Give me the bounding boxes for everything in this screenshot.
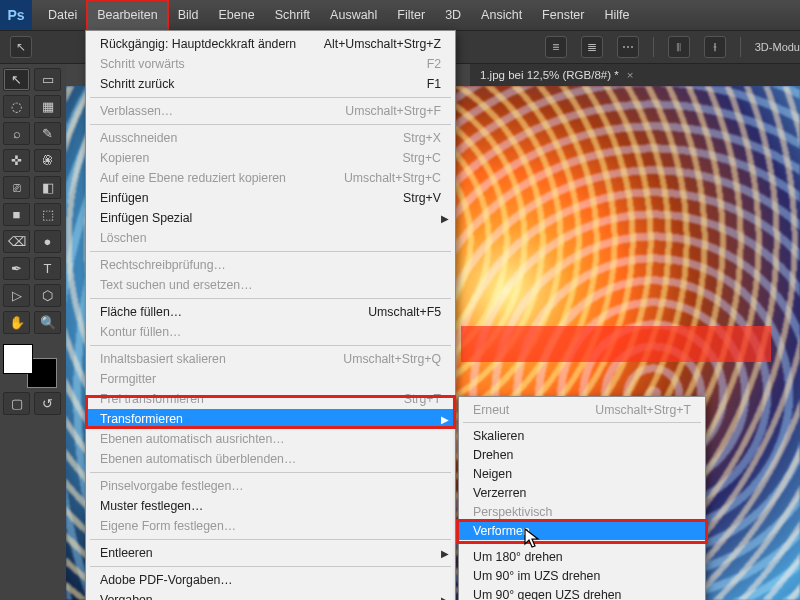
- menu-item-label: Inhaltsbasiert skalieren: [100, 352, 226, 366]
- menu-ansicht[interactable]: Ansicht: [471, 0, 532, 30]
- menu-item-shortcut: Strg+T: [404, 392, 441, 406]
- transformieren-item[interactable]: Verformen: [459, 521, 705, 540]
- bearbeiten-menu-item[interactable]: Transformieren▶: [86, 409, 455, 429]
- bearbeiten-menu-item[interactable]: Muster festlegen…: [86, 496, 455, 516]
- marquee-tool[interactable]: ▦: [34, 95, 61, 118]
- close-icon[interactable]: ×: [627, 69, 634, 81]
- bearbeiten-menu-item[interactable]: Adobe PDF-Vorgaben…: [86, 570, 455, 590]
- menu-filter[interactable]: Filter: [387, 0, 435, 30]
- zoom-tool[interactable]: 🔍: [34, 311, 61, 334]
- bearbeiten-menu-item: Auf eine Ebene reduziert kopierenUmschal…: [86, 168, 455, 188]
- bearbeiten-menu-item: Verblassen…Umschalt+Strg+F: [86, 101, 455, 121]
- document-tab-title: 1.jpg bei 12,5% (RGB/8#) *: [480, 69, 619, 81]
- bearbeiten-menu-item[interactable]: Rückgängig: Hauptdeckkraft ändernAlt+Ums…: [86, 34, 455, 54]
- move-tool[interactable]: ↖: [3, 68, 30, 91]
- menubar: Ps Datei Bearbeiten Bild Ebene Schrift A…: [0, 0, 800, 30]
- menu-item-label: Schritt zurück: [100, 77, 174, 91]
- transformieren-item[interactable]: Um 90° gegen UZS drehen: [459, 585, 705, 600]
- transformieren-item[interactable]: Drehen: [459, 445, 705, 464]
- menu-item-shortcut: Strg+C: [402, 151, 441, 165]
- lasso-tool[interactable]: ◌: [3, 95, 30, 118]
- menu-item-label: Kontur füllen…: [100, 325, 181, 339]
- menu-item-label: Verzerren: [473, 486, 526, 500]
- bearbeiten-menu-item: Rechtschreibprüfung…: [86, 255, 455, 275]
- menu-hilfe[interactable]: Hilfe: [595, 0, 640, 30]
- submenu-arrow-icon: ▶: [441, 595, 449, 601]
- bearbeiten-menu-item[interactable]: Einfügen Spezial▶: [86, 208, 455, 228]
- bearbeiten-menu-item[interactable]: Entleeren▶: [86, 543, 455, 563]
- align-icon[interactable]: ≡: [545, 36, 567, 58]
- menu-item-shortcut: Alt+Umschalt+Strg+Z: [324, 37, 441, 51]
- menu-item-label: Frei transformieren: [100, 392, 204, 406]
- dodge-tool[interactable]: ●: [34, 230, 61, 253]
- bearbeiten-menu-item[interactable]: Fläche füllen…Umschalt+F5: [86, 302, 455, 322]
- hand-tool[interactable]: ✋: [3, 311, 30, 334]
- menu-fenster[interactable]: Fenster: [532, 0, 594, 30]
- document-tab[interactable]: 1.jpg bei 12,5% (RGB/8#) * ×: [470, 64, 800, 86]
- menu-item-shortcut: Strg+X: [403, 131, 441, 145]
- transformieren-item[interactable]: Verzerren: [459, 483, 705, 502]
- menu-schrift[interactable]: Schrift: [265, 0, 320, 30]
- mode-label: 3D-Modu: [755, 41, 800, 53]
- menu-item-label: Einfügen Spezial: [100, 211, 192, 225]
- menu-ebene[interactable]: Ebene: [209, 0, 265, 30]
- submenu-arrow-icon: ▶: [441, 548, 449, 559]
- bearbeiten-menu-item[interactable]: Schritt zurückF1: [86, 74, 455, 94]
- bearbeiten-menu-item[interactable]: EinfügenStrg+V: [86, 188, 455, 208]
- menu-item-shortcut: Umschalt+F5: [368, 305, 441, 319]
- menu-3d[interactable]: 3D: [435, 0, 471, 30]
- menu-item-label: Erneut: [473, 403, 509, 417]
- bearbeiten-menu-item: Pinselvorgabe festlegen…: [86, 476, 455, 496]
- color-swatches[interactable]: [3, 344, 57, 388]
- menu-item-label: Entleeren: [100, 546, 153, 560]
- menu-item-label: Um 180° drehen: [473, 550, 563, 564]
- menu-item-label: Rechtschreibprüfung…: [100, 258, 226, 272]
- transformieren-submenu: ErneutUmschalt+Strg+TSkalierenDrehenNeig…: [458, 396, 706, 600]
- menu-item-label: Skalieren: [473, 429, 524, 443]
- eyedropper-tool[interactable]: ✎: [34, 122, 61, 145]
- pen-tool[interactable]: ✒: [3, 257, 30, 280]
- transformieren-item[interactable]: Neigen: [459, 464, 705, 483]
- history-brush-tool[interactable]: ◧: [34, 176, 61, 199]
- transformieren-item[interactable]: Um 90° im UZS drehen: [459, 566, 705, 585]
- menu-item-label: Ebenen automatisch überblenden…: [100, 452, 296, 466]
- brush-tool[interactable]: ֍: [34, 149, 61, 172]
- align-icon[interactable]: ⋯: [617, 36, 639, 58]
- bearbeiten-menu-item: Schritt vorwärtsF2: [86, 54, 455, 74]
- transformieren-item[interactable]: Skalieren: [459, 426, 705, 445]
- transformieren-item[interactable]: Um 180° drehen: [459, 547, 705, 566]
- menu-item-label: Fläche füllen…: [100, 305, 182, 319]
- distribute-icon[interactable]: ⫴: [668, 36, 690, 58]
- bearbeiten-menu-item: Text suchen und ersetzen…: [86, 275, 455, 295]
- gradient-tool[interactable]: ■: [3, 203, 30, 226]
- path-select-tool[interactable]: ▷: [3, 284, 30, 307]
- menu-bearbeiten[interactable]: Bearbeiten: [87, 0, 167, 30]
- align-icon[interactable]: ≣: [581, 36, 603, 58]
- menu-item-label: Adobe PDF-Vorgaben…: [100, 573, 233, 587]
- menu-datei[interactable]: Datei: [38, 0, 87, 30]
- type-tool[interactable]: T: [34, 257, 61, 280]
- artboard-tool[interactable]: ▭: [34, 68, 61, 91]
- bearbeiten-menu-item: Löschen: [86, 228, 455, 248]
- distribute-icon[interactable]: ⫲: [704, 36, 726, 58]
- eraser-tool[interactable]: ⌫: [3, 230, 30, 253]
- bearbeiten-menu-item[interactable]: Vorgaben▶: [86, 590, 455, 600]
- blur-tool[interactable]: ⬚: [34, 203, 61, 226]
- canvas-selection-overlay: [461, 326, 771, 362]
- menu-auswahl[interactable]: Auswahl: [320, 0, 387, 30]
- shape-tool[interactable]: ⬡: [34, 284, 61, 307]
- menu-bild[interactable]: Bild: [168, 0, 209, 30]
- healing-tool[interactable]: ✜: [3, 149, 30, 172]
- foreground-color[interactable]: [3, 344, 33, 374]
- clone-stamp-tool[interactable]: ⎚: [3, 176, 30, 199]
- bearbeiten-menu-item: Eigene Form festlegen…: [86, 516, 455, 536]
- move-tool-indicator: ↖: [10, 36, 32, 58]
- menu-item-label: Um 90° gegen UZS drehen: [473, 588, 621, 601]
- screenmode-tool[interactable]: ↺: [34, 392, 61, 415]
- menu-item-label: Kopieren: [100, 151, 149, 165]
- menu-item-label: Ausschneiden: [100, 131, 177, 145]
- quickmask-tool[interactable]: ▢: [3, 392, 30, 415]
- menu-item-label: Eigene Form festlegen…: [100, 519, 236, 533]
- app-logo: Ps: [0, 0, 32, 30]
- crop-tool[interactable]: ⌕: [3, 122, 30, 145]
